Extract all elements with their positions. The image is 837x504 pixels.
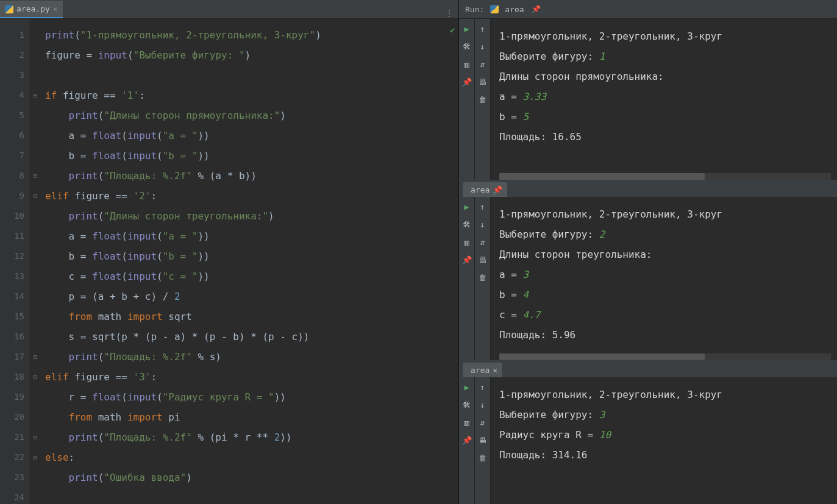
- close-icon[interactable]: ×: [493, 366, 497, 375]
- pin-icon[interactable]: 📌: [532, 5, 541, 13]
- console-text: Выберите фигуру:: [499, 409, 599, 421]
- run-config-name: area: [505, 5, 524, 14]
- run-tabstrip: area📌: [459, 180, 837, 197]
- inspection-ok-icon[interactable]: ✔: [449, 25, 458, 35]
- console-text: a =: [499, 269, 523, 280]
- run-body: ▶🛠▥📌↑↓⇵🖶🗑1-прямоугольник, 2-треугольник,…: [459, 377, 837, 504]
- print-icon[interactable]: 🖶: [478, 435, 488, 445]
- arrow-up-icon[interactable]: ↑: [478, 24, 488, 34]
- wrench-icon[interactable]: 🛠: [462, 41, 472, 51]
- arrow-up-icon[interactable]: ↑: [478, 202, 488, 211]
- run-section: area📌▶🛠▥📌↑↓⇵🖶🗑1-прямоугольник, 2-треугол…: [459, 180, 837, 360]
- run-tabstrip: area×: [459, 360, 837, 377]
- code-area[interactable]: print("1-прямоугольник, 2-треугольник, 3…: [41, 19, 449, 504]
- console-text: Длины сторон треугольника:: [499, 249, 652, 260]
- editor-tab-area[interactable]: area.py ×: [0, 1, 63, 18]
- python-run-icon: [490, 5, 499, 13]
- console-text: a =: [499, 91, 523, 102]
- play-icon[interactable]: ▶: [462, 24, 472, 34]
- play-icon[interactable]: ▶: [462, 202, 472, 211]
- console-text: b =: [499, 111, 523, 122]
- arrow-up-icon[interactable]: ↑: [478, 382, 488, 392]
- console-scrollbar[interactable]: [499, 173, 831, 180]
- python-file-icon: [5, 5, 13, 13]
- layout-icon[interactable]: ▥: [462, 417, 472, 427]
- console-text: Площадь: 16.65: [499, 131, 582, 143]
- console-input: 2: [599, 229, 605, 240]
- run-tab[interactable]: area📌: [463, 182, 507, 197]
- run-tab-label: area: [471, 366, 490, 375]
- marker-gutter: ✔: [449, 19, 458, 504]
- console-input: 3: [523, 269, 529, 280]
- run-panel: Run: area 📌 ▶🛠▥📌↑↓⇵🖶🗑1-прямоугольник, 2-…: [459, 0, 837, 504]
- arrow-down-icon[interactable]: ↓: [478, 41, 488, 51]
- console-text: b =: [499, 289, 523, 300]
- filter-icon[interactable]: ⇵: [478, 417, 488, 427]
- console-input: 1: [599, 51, 605, 62]
- run-tool-column-left: ▶🛠▥📌: [459, 377, 475, 504]
- pin-tool-icon[interactable]: 📌: [462, 77, 472, 87]
- console-input: 4.7: [523, 309, 541, 321]
- console-input: 5: [523, 111, 529, 122]
- line-gutter: 123456789101112131415161718192021222324: [0, 19, 29, 504]
- console-input: 3: [599, 409, 605, 421]
- run-header-label: Run:: [465, 5, 484, 14]
- filter-icon[interactable]: ⇵: [478, 59, 488, 69]
- fold-gutter[interactable]: ⊟ ⊟⊟ ⊟⊟ ⊟⊟: [29, 19, 41, 504]
- layout-icon[interactable]: ▥: [462, 59, 472, 69]
- code-editor[interactable]: 123456789101112131415161718192021222324 …: [0, 19, 458, 504]
- console-text: Радиус круга R =: [499, 429, 599, 441]
- run-body: ▶🛠▥📌↑↓⇵🖶🗑1-прямоугольник, 2-треугольник,…: [459, 197, 837, 360]
- wrench-icon[interactable]: 🛠: [462, 219, 472, 229]
- console-text: Длины сторон прямоугольника:: [499, 71, 664, 82]
- console-output[interactable]: 1-прямоугольник, 2-треугольник, 3-кругВы…: [491, 19, 837, 180]
- console-text: 1-прямоугольник, 2-треугольник, 3-круг: [499, 208, 722, 220]
- run-tool-column-right: ↑↓⇵🖶🗑: [475, 197, 491, 360]
- run-tool-column-left: ▶🛠▥📌: [459, 197, 475, 360]
- trash-icon[interactable]: 🗑: [478, 94, 488, 104]
- run-body: ▶🛠▥📌↑↓⇵🖶🗑1-прямоугольник, 2-треугольник,…: [459, 19, 837, 180]
- console-text: Выберите фигуру:: [499, 229, 599, 240]
- console-input: 4: [523, 289, 529, 300]
- run-section: ▶🛠▥📌↑↓⇵🖶🗑1-прямоугольник, 2-треугольник,…: [459, 19, 837, 180]
- layout-icon[interactable]: ▥: [462, 237, 472, 247]
- editor-panel: area.py × ⋮ 1234567891011121314151617181…: [0, 0, 459, 504]
- run-sections: ▶🛠▥📌↑↓⇵🖶🗑1-прямоугольник, 2-треугольник,…: [459, 19, 837, 504]
- console-text: Площадь: 5.96: [499, 329, 575, 341]
- run-tab[interactable]: area×: [463, 363, 502, 377]
- console-output[interactable]: 1-прямоугольник, 2-треугольник, 3-кругВы…: [491, 197, 837, 360]
- close-icon[interactable]: ×: [53, 4, 58, 13]
- trash-icon[interactable]: 🗑: [478, 272, 488, 282]
- pin-tool-icon[interactable]: 📌: [462, 255, 472, 264]
- print-icon[interactable]: 🖶: [478, 255, 488, 264]
- print-icon[interactable]: 🖶: [478, 77, 488, 87]
- trash-icon[interactable]: 🗑: [478, 453, 488, 463]
- arrow-down-icon[interactable]: ↓: [478, 400, 488, 410]
- run-tool-column-right: ↑↓⇵🖶🗑: [475, 19, 491, 180]
- run-tool-column-right: ↑↓⇵🖶🗑: [475, 377, 491, 504]
- run-section: area×▶🛠▥📌↑↓⇵🖶🗑1-прямоугольник, 2-треугол…: [459, 360, 837, 504]
- wrench-icon[interactable]: 🛠: [462, 400, 472, 410]
- console-text: c =: [499, 309, 523, 321]
- console-text: 1-прямоугольник, 2-треугольник, 3-круг: [499, 30, 722, 42]
- pin-icon[interactable]: 📌: [493, 185, 502, 194]
- editor-tab-label: area.py: [16, 4, 50, 13]
- console-text: Площадь: 314.16: [499, 449, 588, 461]
- editor-tabstrip: area.py × ⋮: [0, 0, 458, 19]
- run-tool-column-left: ▶🛠▥📌: [459, 19, 475, 180]
- arrow-down-icon[interactable]: ↓: [478, 219, 488, 229]
- console-output[interactable]: 1-прямоугольник, 2-треугольник, 3-кругВы…: [491, 377, 837, 504]
- console-input: 10: [599, 429, 611, 441]
- pin-tool-icon[interactable]: 📌: [462, 435, 472, 445]
- console-text: Выберите фигуру:: [499, 51, 599, 62]
- console-scrollbar[interactable]: [499, 353, 831, 360]
- editor-more-icon[interactable]: ⋮: [440, 9, 458, 18]
- run-header: Run: area 📌: [459, 0, 837, 19]
- run-tab-label: area: [471, 185, 490, 194]
- ide-root: area.py × ⋮ 1234567891011121314151617181…: [0, 0, 837, 504]
- play-icon[interactable]: ▶: [462, 382, 472, 392]
- console-input: 3.33: [523, 91, 547, 102]
- filter-icon[interactable]: ⇵: [478, 237, 488, 247]
- console-text: 1-прямоугольник, 2-треугольник, 3-круг: [499, 389, 722, 400]
